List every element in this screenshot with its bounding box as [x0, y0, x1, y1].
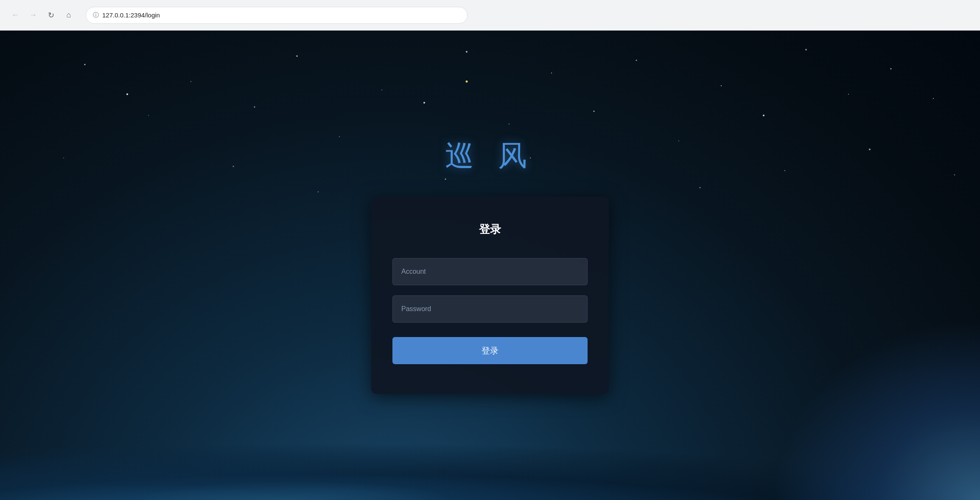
password-field-group [392, 295, 588, 323]
password-input[interactable] [392, 295, 588, 323]
svg-point-13 [339, 136, 340, 137]
login-card: 登录 登录 [371, 197, 609, 394]
svg-point-2 [297, 56, 298, 57]
url-text: 127.0.0.1:2394/login [102, 11, 460, 19]
svg-point-22 [318, 191, 319, 192]
app-title: 巡 风 [445, 137, 535, 175]
refresh-button[interactable]: ↻ [44, 8, 58, 22]
svg-point-11 [148, 115, 149, 116]
page-background: 巡 风 登录 登录 [0, 31, 980, 500]
svg-point-12 [254, 107, 255, 108]
svg-point-19 [848, 94, 849, 95]
svg-point-5 [551, 73, 552, 73]
svg-point-3 [381, 90, 382, 90]
account-input[interactable] [392, 258, 588, 285]
home-button[interactable]: ⌂ [62, 8, 76, 22]
login-button[interactable]: 登录 [392, 337, 588, 364]
svg-point-26 [784, 170, 785, 171]
svg-point-1 [190, 81, 191, 82]
svg-point-28 [954, 174, 955, 175]
refresh-icon: ↻ [48, 11, 54, 20]
svg-point-15 [509, 124, 510, 124]
svg-point-7 [721, 85, 722, 86]
login-title: 登录 [392, 222, 588, 237]
address-bar[interactable]: ⓘ 127.0.0.1:2394/login [86, 7, 468, 24]
svg-point-20 [63, 157, 64, 158]
forward-button[interactable]: → [26, 8, 40, 22]
account-field-group [392, 258, 588, 285]
svg-point-8 [805, 49, 807, 51]
back-button[interactable]: ← [8, 8, 22, 22]
svg-point-6 [636, 60, 637, 61]
svg-point-18 [763, 115, 764, 116]
security-icon: ⓘ [93, 11, 99, 19]
forward-icon: → [29, 11, 37, 20]
svg-point-30 [126, 93, 128, 95]
svg-point-29 [466, 81, 468, 83]
nav-buttons: ← → ↻ ⌂ [8, 8, 79, 22]
svg-point-23 [445, 179, 446, 180]
svg-point-9 [890, 68, 892, 70]
svg-point-16 [594, 111, 595, 112]
svg-point-0 [84, 64, 86, 65]
svg-point-4 [466, 51, 468, 53]
back-icon: ← [11, 11, 19, 20]
svg-point-14 [423, 102, 425, 104]
svg-point-17 [678, 140, 679, 141]
svg-point-10 [933, 98, 934, 99]
svg-point-27 [869, 149, 871, 150]
svg-point-21 [233, 166, 234, 167]
browser-chrome: ← → ↻ ⌂ ⓘ 127.0.0.1:2394/login [0, 0, 980, 31]
home-icon: ⌂ [67, 11, 71, 20]
svg-point-25 [700, 187, 701, 188]
